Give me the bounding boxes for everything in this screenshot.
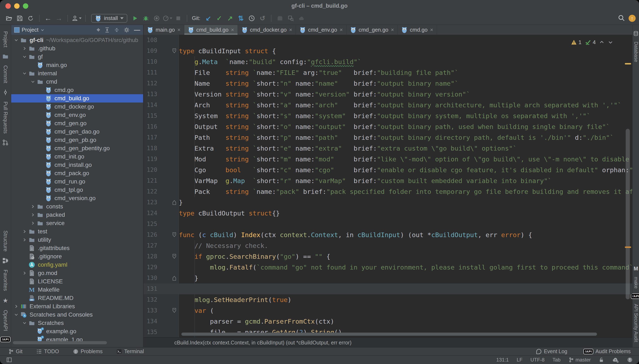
chevron-right-icon[interactable] xyxy=(21,271,28,276)
code-line-125[interactable]: 125 xyxy=(144,218,632,230)
chevron-down-icon[interactable] xyxy=(21,71,28,76)
editor-vscrollbar[interactable] xyxy=(626,129,630,299)
fold-marker-icon[interactable] xyxy=(157,197,179,208)
tree-row-external-libraries[interactable]: External Libraries xyxy=(11,302,143,310)
tool-window-button-todo[interactable]: TODO xyxy=(36,348,59,354)
status-lock[interactable] xyxy=(599,357,604,363)
tree-row-.github[interactable]: .github xyxy=(11,44,143,52)
close-icon[interactable]: × xyxy=(178,26,180,33)
status-bang[interactable] xyxy=(627,357,633,363)
chevron-right-icon[interactable] xyxy=(21,229,28,234)
tree-row-.gitattributes[interactable]: .gitattributes xyxy=(11,244,143,252)
code-line-127[interactable]: 127 // Necessary check. xyxy=(144,240,632,251)
chevron-down-icon[interactable] xyxy=(21,54,28,59)
tree-row-cmd-gen.go[interactable]: cmd_gen.go xyxy=(11,119,143,128)
close-icon[interactable]: × xyxy=(430,26,433,33)
code-line-115[interactable]: 115 System string `short:"s" name:"syste… xyxy=(144,110,632,121)
zoom-window-button[interactable] xyxy=(23,3,28,9)
prev-issue-button[interactable] xyxy=(599,40,604,45)
tree-row-cmd-install.go[interactable]: cmd_install.go xyxy=(11,161,143,169)
tree-row-.gitignore[interactable]: .gitignore xyxy=(11,252,143,260)
status-cloud-question[interactable]: ? xyxy=(612,357,619,363)
cloud-button[interactable] xyxy=(297,14,306,23)
tree-row-example.go[interactable]: example.go xyxy=(11,327,143,336)
fold-marker-icon[interactable] xyxy=(157,230,179,240)
tool-window-button-openapi[interactable]: OpenAPI xyxy=(2,306,8,334)
code-line-113[interactable]: 113 Version string `short:"v" name:"vers… xyxy=(144,89,632,100)
tree-row-cmd.go[interactable]: cmd.go xyxy=(11,86,143,94)
code-editor[interactable]: 108109type cBuildInput struct {110 g.Met… xyxy=(144,35,632,338)
git-rollback-button[interactable]: ↺ xyxy=(258,14,267,23)
hide-button[interactable]: — xyxy=(134,26,140,34)
tree-row-gf-cli[interactable]: gf-cli~/Workspace/Go/GOPATH/src/github xyxy=(11,36,143,44)
tab-cmd-go[interactable]: cmd.go× xyxy=(398,25,437,35)
collapse-all-button[interactable] xyxy=(114,27,120,33)
chevron-down-icon[interactable] xyxy=(21,321,28,325)
run-configuration-select[interactable]: install xyxy=(91,14,127,23)
next-issue-button[interactable] xyxy=(608,40,613,45)
close-icon[interactable]: × xyxy=(340,26,343,33)
code-line-110[interactable]: 110 g.Meta `name:"build" config:"gfcli.b… xyxy=(144,56,632,67)
error-stripe-caret-mark[interactable] xyxy=(625,246,631,248)
tree-row-internal[interactable]: internal xyxy=(11,69,143,78)
fold-marker-icon[interactable] xyxy=(157,46,179,56)
open-button[interactable] xyxy=(4,14,14,23)
error-stripe-warning-mark[interactable] xyxy=(625,63,631,64)
gear-button[interactable] xyxy=(124,27,130,33)
chevron-right-icon[interactable] xyxy=(21,46,28,51)
window-layout-icon[interactable] xyxy=(6,357,12,362)
tool-window-button-commit[interactable]: Commit xyxy=(2,62,8,98)
code-line-130[interactable]: 130 } xyxy=(144,273,632,284)
chevron-right-icon[interactable] xyxy=(29,221,36,226)
code-line-111[interactable]: 111 File string `name:"FILE" arg:"true" … xyxy=(144,67,632,78)
coverage-button[interactable] xyxy=(152,14,162,23)
profiler-button[interactable] xyxy=(163,14,172,23)
code-line-122[interactable]: 122 Pack string `name:"pack" brief:"pack… xyxy=(144,186,632,197)
tool-window-button-git[interactable]: Git xyxy=(8,348,22,354)
locate-button[interactable]: ⌖ xyxy=(96,26,100,34)
tree-row-go.mod[interactable]: go.mod xyxy=(11,269,143,277)
status-lf[interactable]: LF xyxy=(517,357,522,363)
tool-window-button-pull-requests[interactable]: Pull Requests xyxy=(2,98,8,148)
tab-cmd_gen-go[interactable]: cmd_gen.go× xyxy=(346,25,398,35)
git-history-button[interactable] xyxy=(247,14,256,23)
tool-window-button-api-box[interactable]: /API xyxy=(0,334,10,345)
editor-hscrollbar[interactable] xyxy=(182,332,597,336)
chevron-right-icon[interactable] xyxy=(21,238,28,242)
code-line-120[interactable]: 120 Cgo bool `short:"c" name:"cgo" brief… xyxy=(144,164,632,175)
find-db-button[interactable] xyxy=(286,14,296,23)
tree-row-scratches-and-consoles[interactable]: Scratches and Consoles xyxy=(11,310,143,319)
update-orange-button[interactable]: ↑ xyxy=(628,15,636,22)
git-update-button[interactable]: ↙ xyxy=(204,14,213,23)
code-line-119[interactable]: 119 Mod string `short:"m" name:"mod" bri… xyxy=(144,154,632,164)
tree-row-consts[interactable]: consts xyxy=(11,202,143,211)
tree-row-service[interactable]: service xyxy=(11,219,143,227)
tree-row-cmd-init.go[interactable]: cmd_init.go xyxy=(11,152,143,161)
tool-window-button-structure[interactable]: Structure xyxy=(2,227,8,266)
project-tree-hscrollbar[interactable] xyxy=(13,341,107,344)
tree-row-cmd-docker.go[interactable]: cmd_docker.go xyxy=(11,102,143,111)
chevron-right-icon[interactable] xyxy=(29,212,36,217)
tree-row-scratches[interactable]: Scratches xyxy=(11,319,143,327)
tree-row-cmd[interactable]: cmd xyxy=(11,78,143,86)
tree-row-cmd-tpl.go[interactable]: cmd_tpl.go xyxy=(11,186,143,194)
code-line-134[interactable]: 134 parser = gcmd.ParserFromCtx(ctx) xyxy=(144,316,632,327)
tree-row-cmd-build.go[interactable]: cmd_build.go xyxy=(11,94,143,102)
chevron-down-icon[interactable] xyxy=(12,38,20,42)
chevron-down-icon[interactable] xyxy=(29,80,36,84)
code-line-132[interactable]: 132 mlog.SetHeaderPrint(true) xyxy=(144,294,632,305)
project-header-title[interactable]: Project xyxy=(14,26,44,33)
tool-window-button-audit-problems[interactable]: /APIAudit Problems xyxy=(584,348,631,354)
code-line-128[interactable]: 128 if gproc.SearchBinary("go") == "" { xyxy=(144,251,632,262)
close-icon[interactable]: × xyxy=(289,26,292,33)
git-commit-button[interactable]: ✓ xyxy=(214,14,224,23)
tree-row-readme.md[interactable]: MDREADME.MD xyxy=(11,294,143,302)
play-button[interactable] xyxy=(130,14,140,23)
code-line-126[interactable]: 126func (c cBuild) Index(ctx context.Con… xyxy=(144,230,632,240)
shelf-button[interactable] xyxy=(275,14,285,23)
fold-marker-icon[interactable] xyxy=(157,273,179,284)
code-line-133[interactable]: 133 var ( xyxy=(144,305,632,316)
stop-button[interactable] xyxy=(174,14,183,23)
code-line-114[interactable]: 114 Arch string `short:"a" name:"arch" b… xyxy=(144,100,632,110)
tree-row-cmd-version.go[interactable]: cmd_version.go xyxy=(11,194,143,202)
